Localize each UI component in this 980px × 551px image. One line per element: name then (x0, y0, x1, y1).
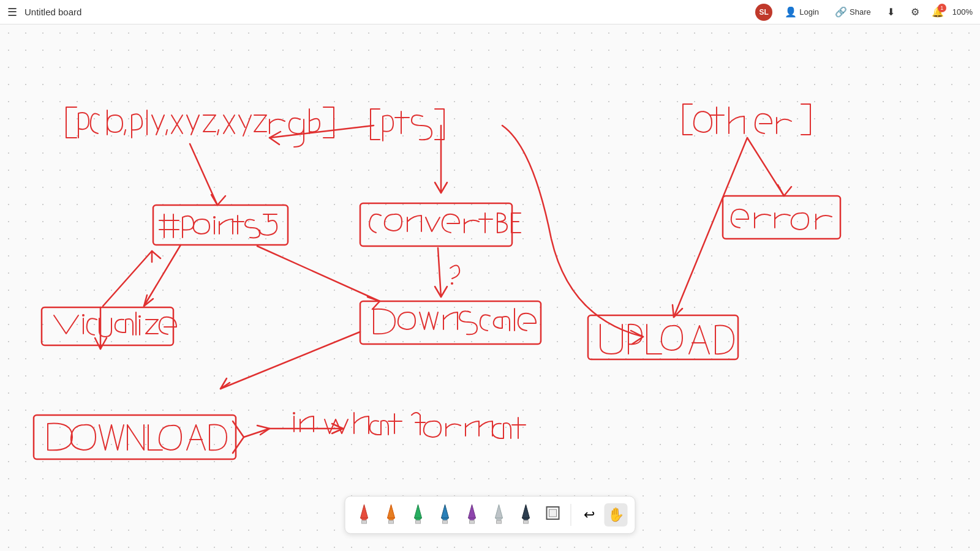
notification-badge: 1 (938, 4, 946, 12)
black-pen-icon (519, 504, 533, 526)
svg-rect-28 (497, 520, 502, 523)
board-title[interactable]: Untitled board (24, 7, 81, 17)
toolbar-separator (571, 504, 571, 526)
green-pen-tool[interactable] (407, 501, 430, 528)
undo-button[interactable]: ↩ (578, 503, 601, 527)
svg-rect-31 (524, 520, 529, 523)
share-button[interactable]: 🔗 Share (831, 4, 875, 20)
bottom-toolbar: ↩ ✋ (345, 496, 636, 534)
orange-pen-tool[interactable] (380, 501, 403, 528)
svg-point-3 (451, 282, 453, 285)
svg-rect-13 (362, 520, 367, 523)
svg-marker-18 (415, 504, 422, 522)
green-pen-icon (412, 504, 425, 526)
svg-point-6 (82, 314, 85, 317)
gray-pen-icon (492, 504, 506, 526)
svg-marker-27 (496, 504, 503, 522)
share-icon: 🔗 (835, 6, 847, 18)
eraser-tool[interactable] (541, 501, 565, 528)
gray-pen-tool[interactable] (488, 501, 511, 528)
red-pen-icon (358, 504, 371, 526)
black-pen-tool[interactable] (514, 501, 538, 528)
hand-icon: ✋ (608, 507, 624, 523)
settings-icon: ⚙ (911, 6, 919, 18)
svg-rect-16 (389, 520, 394, 523)
login-icon: 👤 (785, 6, 797, 18)
svg-rect-4 (360, 301, 541, 344)
blue-pen-icon (439, 504, 452, 526)
avatar[interactable]: SL (755, 4, 772, 21)
svg-marker-12 (361, 504, 368, 522)
canvas[interactable]: .stroke { stroke: #e03030; stroke-width:… (0, 24, 980, 551)
svg-rect-19 (416, 520, 421, 523)
download-icon: ⬇ (887, 6, 895, 18)
svg-marker-15 (388, 504, 395, 522)
zoom-label: 100% (952, 7, 973, 17)
right-actions: SL 👤 Login 🔗 Share ⬇ ⚙ 🔔 1 100% (755, 4, 973, 21)
purple-pen-icon (466, 504, 479, 526)
undo-icon: ↩ (584, 507, 595, 523)
settings-button[interactable]: ⚙ (907, 4, 923, 20)
login-button[interactable]: 👤 Login (781, 4, 823, 20)
svg-marker-24 (469, 504, 476, 522)
svg-point-7 (138, 315, 141, 318)
purple-pen-tool[interactable] (461, 501, 484, 528)
svg-rect-25 (470, 520, 475, 523)
topbar: ☰ Untitled board SL 👤 Login 🔗 Share ⬇ ⚙ … (0, 0, 980, 24)
menu-icon[interactable]: ☰ (7, 6, 17, 19)
blue-pen-tool[interactable] (434, 501, 457, 528)
notifications-button[interactable]: 🔔 1 (932, 6, 944, 18)
svg-rect-34 (549, 509, 557, 517)
eraser-icon (546, 506, 560, 525)
svg-point-9 (293, 412, 295, 414)
svg-rect-22 (443, 520, 448, 523)
svg-point-1 (213, 216, 216, 219)
svg-marker-30 (522, 504, 530, 522)
orange-pen-icon (385, 504, 398, 526)
svg-rect-11 (723, 196, 840, 239)
drawing-svg: .stroke { stroke: #e03030; stroke-width:… (0, 24, 980, 551)
red-pen-tool[interactable] (353, 501, 376, 528)
svg-marker-21 (442, 504, 449, 522)
hand-tool[interactable]: ✋ (605, 503, 628, 527)
download-button[interactable]: ⬇ (883, 4, 899, 20)
